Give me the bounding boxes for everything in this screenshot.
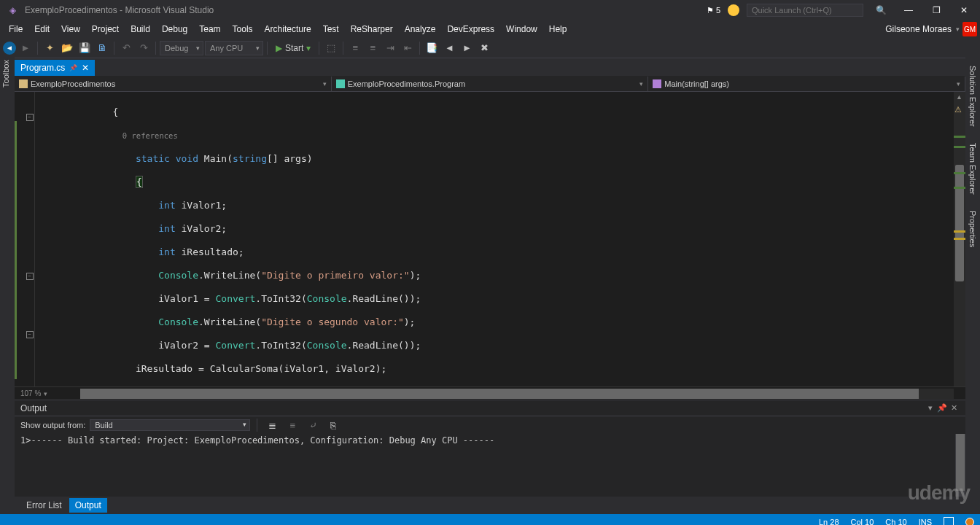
minimize-button[interactable]: —	[898, 5, 919, 15]
class-combo[interactable]: ExemploProcedimentos.Program ▾	[332, 77, 649, 91]
scroll-thumb[interactable]	[955, 165, 964, 281]
user-dropdown-icon[interactable]: ▾	[956, 26, 960, 33]
nav-fwd-button[interactable]: ►	[18, 40, 34, 56]
status-col: Col 10	[851, 518, 874, 525]
solution-explorer-tab[interactable]: Solution Explorer	[967, 61, 979, 131]
output-panel: Output ▾ 📌 ✕ Show output from: Build ≣ ≡…	[15, 400, 965, 497]
fold-button[interactable]: −	[26, 273, 34, 280]
file-tab-program[interactable]: Program.cs 📌 ✕	[15, 60, 95, 76]
comment-button[interactable]: ≡	[347, 40, 363, 56]
menu-devexpress[interactable]: DevExpress	[441, 22, 500, 36]
start-label: Start	[285, 43, 303, 53]
code-area[interactable]: { 0 references static void Main(string[]…	[64, 92, 965, 386]
save-button[interactable]: 💾	[77, 40, 93, 56]
output-close-button[interactable]: ✕	[948, 403, 960, 413]
zoom-combo[interactable]: 107 %	[20, 389, 41, 397]
outdent-button[interactable]: ⇤	[400, 40, 416, 56]
member-combo[interactable]: Main(string[] args) ▾	[648, 77, 965, 91]
restore-button[interactable]: ❐	[926, 5, 946, 15]
menu-build[interactable]: Build	[125, 22, 156, 36]
fold-button[interactable]: −	[26, 331, 34, 338]
menu-file[interactable]: File	[3, 22, 28, 36]
bookmark-next-button[interactable]: ►	[459, 40, 475, 56]
tool-icon[interactable]: ⬚	[323, 40, 339, 56]
menu-test[interactable]: Test	[317, 22, 345, 36]
output-toggle-button[interactable]: ≡	[284, 417, 300, 433]
menu-view[interactable]: View	[55, 22, 86, 36]
menu-project[interactable]: Project	[86, 22, 125, 36]
output-clear-button[interactable]: ≣	[264, 417, 280, 433]
user-avatar[interactable]: GM	[962, 22, 977, 36]
properties-tab[interactable]: Properties	[967, 206, 979, 252]
menu-debug[interactable]: Debug	[156, 22, 193, 36]
tab-errorlist[interactable]: Error List	[20, 498, 68, 513]
search-icon[interactable]: 🔍	[871, 5, 891, 15]
open-button[interactable]: 📂	[59, 40, 75, 56]
nav-row: ExemploProcedimentos ▾ ExemploProcedimen…	[15, 76, 965, 92]
scroll-up-icon[interactable]: ▲	[956, 93, 962, 101]
fold-margin[interactable]: − − −	[25, 92, 35, 386]
vs-logo-icon: ◈	[6, 4, 19, 17]
nav-back-button[interactable]: ◄	[3, 42, 16, 55]
status-record-icon[interactable]	[965, 518, 974, 525]
status-line: Ln 28	[819, 518, 839, 525]
menu-analyze[interactable]: Analyze	[399, 22, 442, 36]
fold-button[interactable]: −	[26, 114, 34, 121]
bookmark-clear-button[interactable]: ✖	[476, 40, 492, 56]
hscroll-thumb[interactable]	[80, 389, 919, 399]
output-vthumb[interactable]	[956, 434, 965, 491]
pin-icon[interactable]: 📌	[69, 64, 77, 71]
output-wrap-button[interactable]: ⤶	[305, 417, 321, 433]
code-editor[interactable]: − − − { 0 references static void Main(st…	[15, 92, 965, 386]
menu-tools[interactable]: Tools	[227, 22, 259, 36]
zoom-chevron-icon[interactable]: ▾	[44, 390, 47, 397]
output-vscroll[interactable]	[955, 434, 965, 497]
user-name[interactable]: Gilseone Moraes	[885, 24, 956, 34]
new-project-button[interactable]: ✦	[42, 40, 58, 56]
feedback-icon[interactable]	[728, 4, 739, 16]
notifications-flag[interactable]: ⚑ 5	[707, 6, 720, 15]
vertical-scrollbar[interactable]: ▲ ⚠	[954, 92, 965, 386]
member-name: Main(string[] args)	[664, 79, 729, 88]
menu-team[interactable]: Team	[193, 22, 226, 36]
output-pin-button[interactable]: 📌	[936, 403, 948, 413]
menu-help[interactable]: Help	[543, 22, 573, 36]
quick-launch-input[interactable]	[747, 4, 863, 17]
menu-resharper[interactable]: ReSharper	[345, 22, 399, 36]
line-number-gutter	[35, 92, 64, 386]
codelens-refs[interactable]: 0 references	[122, 131, 178, 140]
team-explorer-tab[interactable]: Team Explorer	[967, 139, 979, 199]
tab-output[interactable]: Output	[69, 498, 107, 513]
bookmark-button[interactable]: 📑	[424, 40, 440, 56]
output-source-combo[interactable]: Build	[90, 419, 250, 431]
notif-count: 5	[716, 6, 720, 15]
config-combo[interactable]: Debug	[160, 41, 203, 55]
tab-close-icon[interactable]: ✕	[82, 63, 89, 73]
save-all-button[interactable]: 🗎	[94, 40, 110, 56]
start-debug-button[interactable]: ▶ Start ▾	[271, 43, 315, 53]
undo-button[interactable]: ↶	[118, 40, 134, 56]
class-name: ExemploProcedimentos.Program	[348, 79, 465, 88]
toolbox-tab[interactable]: Toolbox	[0, 55, 12, 92]
editor-footer: 107 % ▾	[15, 386, 965, 400]
uncomment-button[interactable]: ≡	[365, 40, 381, 56]
indent-button[interactable]: ⇥	[382, 40, 398, 56]
platform-combo[interactable]: Any CPU	[205, 41, 263, 55]
output-body[interactable]: 1>------ Build started: Project: Exemplo…	[15, 434, 965, 497]
close-button[interactable]: ✕	[954, 5, 974, 15]
project-combo[interactable]: ExemploProcedimentos ▾	[15, 77, 332, 91]
redo-button[interactable]: ↷	[136, 40, 152, 56]
menu-architecture[interactable]: Architecture	[259, 22, 317, 36]
titlebar: ◈ ExemploProcedimentos - Microsoft Visua…	[0, 0, 980, 20]
menu-edit[interactable]: Edit	[28, 22, 55, 36]
statusbar: Ln 28 Col 10 Ch 10 INS	[0, 514, 980, 525]
menu-window[interactable]: Window	[500, 22, 543, 36]
project-name: ExemploProcedimentos	[31, 79, 115, 88]
status-icon[interactable]	[944, 517, 954, 525]
output-goto-button[interactable]: ⎘	[325, 417, 341, 433]
output-dropdown-button[interactable]: ▾	[925, 403, 936, 413]
bookmark-prev-button[interactable]: ◄	[441, 40, 457, 56]
file-tab-row: Program.cs 📌 ✕	[15, 58, 965, 76]
horizontal-scrollbar[interactable]	[80, 389, 954, 399]
status-ch: Ch 10	[885, 518, 906, 525]
